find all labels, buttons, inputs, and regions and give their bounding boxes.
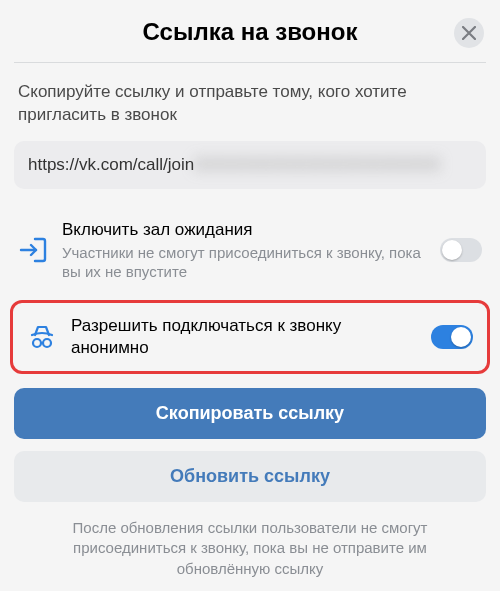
instructions-text: Скопируйте ссылку и отправьте тому, кого…	[0, 81, 500, 141]
call-link-visible: https://vk.com/call/join	[28, 155, 194, 174]
call-link-hidden: XXXXXXXXXXXXXXXXXXXX	[194, 155, 441, 175]
close-icon	[462, 26, 476, 40]
waiting-room-sub: Участники не смогут присоединиться к зво…	[62, 243, 426, 282]
svg-point-0	[33, 339, 41, 347]
close-button[interactable]	[454, 18, 484, 48]
anonymous-toggle[interactable]	[431, 325, 473, 349]
copy-link-button[interactable]: Скопировать ссылку	[14, 388, 486, 439]
toggle-knob	[451, 327, 471, 347]
divider	[14, 62, 486, 63]
waiting-room-option: Включить зал ожидания Участники не смогу…	[0, 209, 500, 292]
footer-note: После обновления ссылки пользователи не …	[0, 514, 500, 579]
waiting-room-title: Включить зал ожидания	[62, 219, 426, 241]
anonymous-highlight: Разрешить подключаться к звонку анонимно	[10, 300, 490, 374]
waiting-room-text: Включить зал ожидания Участники не смогу…	[62, 219, 426, 282]
refresh-link-button[interactable]: Обновить ссылку	[14, 451, 486, 502]
anonymous-option: Разрешить подключаться к звонку анонимно	[21, 311, 479, 363]
anonymous-text: Разрешить подключаться к звонку анонимно	[71, 315, 417, 359]
waiting-room-toggle[interactable]	[440, 238, 482, 262]
anonymous-icon	[27, 322, 57, 352]
call-link-field[interactable]: https://vk.com/call/joinXXXXXXXXXXXXXXXX…	[14, 141, 486, 189]
modal-header: Ссылка на звонок	[0, 0, 500, 62]
waiting-room-icon	[18, 235, 48, 265]
anonymous-title: Разрешить подключаться к звонку анонимно	[71, 315, 417, 359]
modal-title: Ссылка на звонок	[20, 18, 480, 46]
svg-point-1	[43, 339, 51, 347]
toggle-knob	[442, 240, 462, 260]
